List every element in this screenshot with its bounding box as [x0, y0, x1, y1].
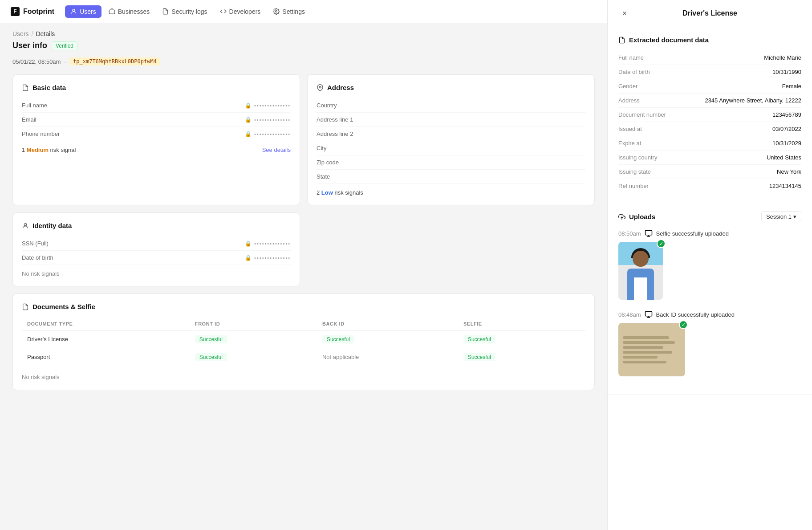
documents-card: Documents & Selfie Document Type Front I…	[12, 294, 595, 390]
dob-masked: ••••••••••••••	[254, 255, 291, 261]
backid-line-3	[623, 346, 663, 349]
uploads-title-text: Uploads	[629, 213, 655, 220]
nav-tab-security-logs[interactable]: Security logs	[157, 5, 212, 18]
doc-front-passport: Succesful	[190, 348, 317, 366]
chevron-down-icon: ▾	[793, 213, 796, 220]
address-risk-count: 2	[317, 189, 320, 196]
identity-data-header: Identity data	[22, 222, 291, 229]
detail-ref: Ref number 1234134145	[618, 179, 801, 193]
detail-gender: Gender Female	[618, 79, 801, 94]
documents-title: Documents & Selfie	[32, 303, 95, 310]
phone-value: 🔒 ••••••••••••••	[245, 131, 291, 137]
documents-header: Documents & Selfie	[22, 303, 585, 310]
svg-point-3	[319, 86, 321, 88]
svg-point-0	[73, 9, 75, 12]
nav-tab-developers[interactable]: Developers	[215, 5, 266, 18]
close-button[interactable]: ×	[618, 7, 631, 20]
selfie-upload-icon	[645, 229, 653, 237]
upload-item-backid: 08:48am Back ID successfully uploaded ✓	[618, 310, 801, 376]
detail-docnum-value: 123456789	[772, 111, 801, 118]
svg-point-4	[24, 223, 26, 225]
detail-dob-label: Date of birth	[618, 69, 650, 75]
detail-issued-label: Issued at	[618, 126, 642, 132]
col-front-id: Front ID	[190, 318, 317, 330]
nav-tab-users[interactable]: Users	[65, 5, 102, 18]
detail-issuing-state: Issuing state New York	[618, 165, 801, 179]
doc-back-passport: Not applicable	[317, 348, 458, 366]
table-row: Driver's License Succesful Succesful Suc…	[22, 330, 585, 348]
brand-icon: F	[11, 7, 20, 16]
address-line2-label: Address line 2	[317, 130, 353, 137]
session-label: Session 1	[766, 213, 792, 220]
backid-image	[618, 323, 685, 376]
doc-type-passport: Passport	[22, 348, 190, 366]
detail-issued-value: 03/07/2022	[772, 126, 801, 132]
basic-risk-suffix: risk signal	[50, 147, 76, 153]
nav-tab-businesses-label: Businesses	[118, 8, 150, 15]
basic-data-row-email: Email 🔒 ••••••••••••••	[22, 113, 291, 127]
nav-tab-settings-label: Settings	[282, 8, 305, 15]
address-risk-text: 2 Low risk signals	[317, 189, 363, 196]
lock-icon-dob: 🔒	[245, 255, 252, 261]
detail-address-value: 2345 Anywhere Street, Albany, 12222	[705, 97, 801, 104]
address-risk-suffix: risk signals	[334, 189, 363, 196]
session-dropdown[interactable]: Session 1 ▾	[761, 211, 801, 222]
brand: F Footprint	[11, 7, 54, 16]
city-label: City	[317, 145, 326, 151]
backid-upload-label: Back ID successfully uploaded	[656, 311, 735, 318]
nav-tab-businesses[interactable]: Businesses	[103, 5, 155, 18]
backid-thumbnail: ✓	[618, 323, 685, 376]
nav-tab-settings[interactable]: Settings	[268, 5, 310, 18]
detail-issued: Issued at 03/07/2022	[618, 122, 801, 136]
address-footer: 2 Low risk signals	[317, 189, 585, 196]
businesses-icon	[109, 8, 115, 15]
zip-label: Zip code	[317, 159, 339, 166]
lock-icon-phone: 🔒	[245, 131, 252, 137]
documents-footer: No risk signals	[22, 373, 585, 381]
brand-name: Footprint	[23, 8, 54, 16]
basic-data-header: Basic data	[22, 84, 291, 91]
top-nav: F Footprint Users Businesses Security lo…	[0, 0, 607, 23]
see-details-link[interactable]: See details	[262, 147, 291, 153]
fullname-label: Full name	[22, 102, 47, 109]
backid-upload-icon	[645, 310, 653, 318]
address-title: Address	[327, 84, 354, 91]
documents-icon	[22, 303, 29, 310]
detail-expire-value: 10/31/2029	[772, 140, 801, 147]
backid-line-1	[623, 336, 669, 339]
doc-back-drivers: Succesful	[317, 330, 458, 348]
ssn-value: 🔒 ••••••••••••••	[245, 241, 291, 247]
basic-data-title: Basic data	[32, 84, 66, 91]
nav-tab-developers-label: Developers	[229, 8, 261, 15]
basic-risk-count: 1	[22, 147, 25, 153]
backid-line-4	[623, 351, 672, 354]
address-row-country: Country	[317, 98, 585, 113]
lock-icon-fullname: 🔒	[245, 102, 252, 109]
right-panel: × Driver's License Extracted document da…	[607, 0, 812, 530]
breadcrumb-parent[interactable]: Users	[12, 30, 29, 37]
detail-address-label: Address	[618, 97, 640, 104]
fullname-value: 🔒 ••••••••••••••	[245, 102, 291, 109]
identity-data-card: Identity data SSN (Full) 🔒 •••••••••••••…	[12, 212, 300, 286]
basic-data-row-phone: Phone number 🔒 ••••••••••••••	[22, 127, 291, 141]
basic-risk-level: Medium	[27, 147, 49, 153]
extracted-data-section: Extracted document data Full name Michel…	[608, 27, 812, 202]
nav-tab-security-logs-label: Security logs	[171, 8, 207, 15]
address-row-zip: Zip code	[317, 155, 585, 170]
user-timestamp: 05/01/22, 08:50am	[12, 58, 61, 65]
dob-label: Date of birth	[22, 254, 53, 261]
upload-meta-backid: 08:48am Back ID successfully uploaded	[618, 310, 801, 318]
address-row-city: City	[317, 141, 585, 155]
identity-row-dob: Date of birth 🔒 ••••••••••••••	[22, 251, 291, 265]
doc-type-drivers: Driver's License	[22, 330, 190, 348]
selfie-thumbnail: ✓	[618, 242, 663, 300]
basic-data-icon	[22, 84, 29, 91]
svg-rect-9	[645, 311, 652, 316]
upload-meta-selfie: 08:50am Selfie successfully uploaded	[618, 229, 801, 237]
verified-badge: Verified	[52, 41, 77, 50]
doc-selfie-passport: Succesful	[458, 348, 585, 366]
address-risk-level: Low	[321, 189, 333, 196]
svg-rect-1	[109, 10, 115, 14]
lock-icon-email: 🔒	[245, 117, 252, 123]
detail-gender-value: Female	[782, 83, 801, 90]
